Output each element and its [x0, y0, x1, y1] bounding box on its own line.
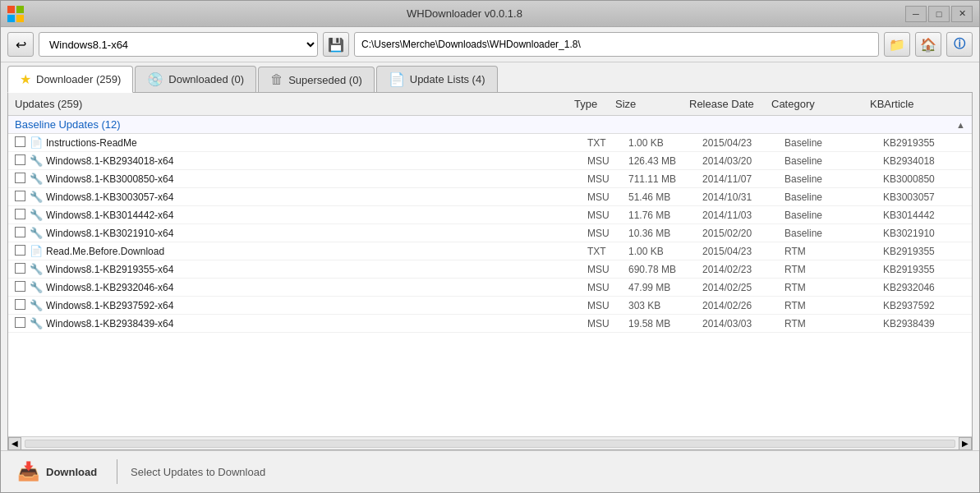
checkbox-icon[interactable]: [15, 227, 25, 237]
row-date: 2014/02/26: [702, 300, 784, 311]
row-checkbox[interactable]: [15, 154, 30, 168]
checkbox-icon[interactable]: [15, 263, 25, 274]
table-row: 🔧 Windows8.1-KB3003057-x64 MSU 51.46 MB …: [8, 188, 972, 206]
download-button[interactable]: 📥 Download: [11, 458, 104, 486]
checkbox-icon[interactable]: [15, 209, 25, 219]
row-date: 2014/03/20: [702, 155, 784, 167]
row-cat: Baseline: [784, 155, 883, 167]
row-kb: KB3021910: [883, 228, 965, 239]
msu-file-icon: 🔧: [30, 209, 46, 221]
save-icon: 💾: [328, 37, 344, 53]
checkbox-icon[interactable]: [15, 173, 25, 183]
row-kb: KB3014442: [883, 210, 965, 221]
tab-superseded-label: Superseded (0): [288, 74, 362, 86]
tab-downloaded[interactable]: 💿 Downloaded (0): [135, 66, 256, 92]
section-baseline: Baseline Updates (12) ▲: [8, 116, 972, 134]
row-checkbox[interactable]: [15, 299, 30, 312]
row-type: MSU: [587, 264, 628, 275]
logo-q4: [16, 15, 24, 22]
txt-file-icon: 📄: [30, 245, 46, 257]
select-updates-label: Select Updates to Download: [131, 466, 265, 478]
row-type: TXT: [587, 246, 628, 257]
row-cat: Baseline: [784, 173, 883, 185]
row-checkbox[interactable]: [15, 317, 30, 330]
row-kb: KB2932046: [883, 282, 965, 293]
tab-bar: ★ Downloader (259) 💿 Downloaded (0) 🗑 Su…: [1, 66, 979, 92]
row-checkbox[interactable]: [15, 173, 30, 186]
app-title: WHDownloader v0.0.1.8: [24, 7, 905, 20]
hscroll-left-button[interactable]: ◀: [8, 437, 21, 450]
os-dropdown[interactable]: Windows8.1-x64 Windows7-x64 Windows7-x86: [39, 32, 318, 57]
table-body[interactable]: Baseline Updates (12) ▲ 📄 Instructions-R…: [8, 116, 972, 436]
row-name: Windows8.1-KB2919355-x64: [46, 264, 587, 275]
path-input[interactable]: [354, 32, 879, 57]
restore-button[interactable]: □: [928, 6, 950, 22]
info-icon: ⓘ: [954, 37, 965, 52]
row-date: 2015/02/20: [702, 228, 784, 239]
row-checkbox[interactable]: [15, 191, 30, 204]
home-button[interactable]: 🏠: [915, 32, 941, 57]
section-toggle[interactable]: ▲: [956, 120, 965, 130]
row-name: Windows8.1-KB2934018-x64: [46, 155, 587, 167]
checkbox-icon[interactable]: [15, 154, 25, 165]
row-date: 2014/02/25: [702, 282, 784, 293]
minimize-button[interactable]: ─: [905, 6, 927, 22]
msu-file-icon: 🔧: [30, 173, 46, 185]
row-kb: KB2919355: [883, 264, 965, 275]
row-kb: KB2937592: [883, 300, 965, 311]
row-cat: RTM: [784, 300, 883, 311]
row-type: TXT: [587, 137, 628, 149]
row-checkbox[interactable]: [15, 245, 30, 258]
app-window: WHDownloader v0.0.1.8 ─ □ ✕ ↩ Windows8.1…: [0, 0, 980, 493]
col-header-kb: KBArticle: [870, 98, 952, 110]
row-checkbox[interactable]: [15, 281, 30, 294]
table-row: 📄 Instructions-ReadMe TXT 1.00 KB 2015/0…: [8, 134, 972, 152]
hscroll-track[interactable]: [25, 440, 955, 448]
titlebar: WHDownloader v0.0.1.8 ─ □ ✕: [1, 1, 979, 27]
info-button[interactable]: ⓘ: [946, 32, 973, 57]
row-checkbox[interactable]: [15, 209, 30, 222]
tab-downloader[interactable]: ★ Downloader (259): [7, 66, 133, 93]
horizontal-scrollbar[interactable]: ◀ ▶: [8, 436, 972, 449]
table-header: Updates (259) Type Size Release Date Cat…: [8, 93, 972, 116]
folder-button[interactable]: 📁: [884, 32, 910, 57]
checkbox-icon[interactable]: [15, 317, 25, 328]
window-controls: ─ □ ✕: [905, 6, 973, 22]
row-cat: Baseline: [784, 228, 883, 239]
row-name: Windows8.1-KB3000850-x64: [46, 173, 587, 185]
row-size: 47.99 MB: [628, 282, 702, 293]
star-icon: ★: [20, 71, 31, 87]
row-type: MSU: [587, 173, 628, 185]
checkbox-icon[interactable]: [15, 136, 25, 147]
close-button[interactable]: ✕: [951, 6, 973, 22]
checkbox-icon[interactable]: [15, 245, 25, 256]
save-button[interactable]: 💾: [323, 32, 349, 57]
checkbox-icon[interactable]: [15, 299, 25, 310]
msu-file-icon: 🔧: [30, 299, 46, 311]
row-date: 2014/02/23: [702, 264, 784, 275]
row-date: 2015/04/23: [702, 246, 784, 257]
back-button[interactable]: ↩: [7, 32, 34, 57]
checkbox-icon[interactable]: [15, 191, 25, 201]
row-checkbox[interactable]: [15, 136, 30, 150]
content-area: Updates (259) Type Size Release Date Cat…: [7, 92, 973, 450]
row-cat: Baseline: [784, 191, 883, 203]
row-date: 2014/03/03: [702, 318, 784, 329]
row-cat: RTM: [784, 282, 883, 293]
row-kb: KB2934018: [883, 155, 965, 167]
row-size: 303 KB: [628, 300, 702, 311]
row-type: MSU: [587, 300, 628, 311]
row-checkbox[interactable]: [15, 227, 30, 240]
row-cat: Baseline: [784, 210, 883, 221]
tab-superseded[interactable]: 🗑 Superseded (0): [258, 67, 375, 92]
row-checkbox[interactable]: [15, 263, 30, 276]
checkbox-icon[interactable]: [15, 281, 25, 292]
hscroll-right-button[interactable]: ▶: [959, 437, 972, 450]
row-cat: RTM: [784, 264, 883, 275]
table-row: 🔧 Windows8.1-KB3021910-x64 MSU 10.36 MB …: [8, 224, 972, 242]
bottom-bar: 📥 Download Select Updates to Download: [1, 450, 979, 492]
home-icon: 🏠: [920, 37, 936, 53]
row-type: MSU: [587, 191, 628, 203]
tab-updatelists[interactable]: 📄 Update Lists (4): [376, 66, 498, 92]
msu-file-icon: 🔧: [30, 191, 46, 203]
